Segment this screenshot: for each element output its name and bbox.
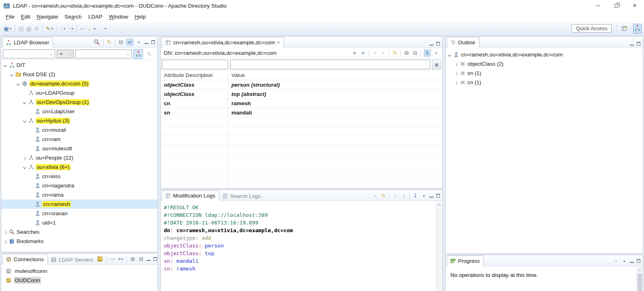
filter-apply-button[interactable] <box>133 49 143 59</box>
delete-all-values-icon[interactable]: × <box>380 50 386 56</box>
minimize-view-icon[interactable] <box>630 262 634 263</box>
filter-value-combo[interactable]: ⌄ <box>75 50 132 58</box>
tree-item-ou-hydus-3[interactable]: ou=Hydus (3) <box>1 116 157 125</box>
scroll-up-icon[interactable] <box>438 203 441 206</box>
save-button[interactable]: ▤ <box>17 25 25 33</box>
refresh-icon[interactable]: ↻ <box>106 39 112 45</box>
tree-item-cn-1[interactable]: cn (1) <box>446 78 643 87</box>
collapse-all-icon[interactable]: ⊟ <box>118 39 124 45</box>
tree-item-uid-1[interactable]: uid=1 <box>1 218 157 227</box>
attribute-row-sn[interactable]: snmandali <box>161 108 442 117</box>
empty-row[interactable] <box>161 145 442 154</box>
disconnect-icon[interactable]: ⊷ <box>118 256 124 262</box>
tree-item-ou-xtivia-6[interactable]: ou=xtivia (6+) <box>1 162 157 172</box>
empty-row[interactable] <box>161 164 442 173</box>
empty-row[interactable] <box>161 136 442 145</box>
tree-caret-icon[interactable] <box>2 64 8 67</box>
new-wizard-button[interactable]: ▣▾ <box>2 25 13 33</box>
view-menu-icon[interactable]: ▾ <box>136 40 142 44</box>
print-button[interactable]: ▦ <box>25 25 33 33</box>
open-perspective-icon[interactable] <box>621 25 628 32</box>
column-attribute-description[interactable]: Attribute Description <box>161 71 228 80</box>
tab-connections[interactable]: Connections <box>2 254 48 265</box>
tree-caret-icon[interactable] <box>2 240 8 243</box>
newer-logs-icon[interactable]: ↓ <box>401 193 407 199</box>
refresh-icon[interactable]: ↻ <box>392 50 398 56</box>
filter-attribute-combo[interactable]: ⌄ <box>3 50 55 58</box>
maximize-view-icon[interactable] <box>151 40 155 44</box>
view-menu-icon[interactable]: ▾ <box>421 194 427 198</box>
quick-search-icon[interactable] <box>93 39 100 46</box>
tab-ldap-browser[interactable]: LDAP Browser <box>2 37 53 48</box>
empty-row[interactable] <box>161 127 442 136</box>
scroll-up-icon[interactable] <box>638 268 641 272</box>
minimize-view-icon[interactable] <box>429 197 433 197</box>
expand-all-icon[interactable]: ⊞ <box>404 50 409 56</box>
log-scrollbar[interactable] <box>436 202 442 291</box>
maximize-view-icon[interactable] <box>153 257 157 261</box>
tree-item-cn-murali[interactable]: cn=murali <box>1 125 157 135</box>
tree-item-searches[interactable]: Searches <box>1 227 157 237</box>
log-text[interactable]: #!RESULT OK#!CONNECTION ldap://localhost… <box>161 202 442 291</box>
collapse-all-icon[interactable]: ⊟ <box>412 50 418 56</box>
dropdown-caret-icon[interactable]: ▾ <box>52 27 54 31</box>
tree-caret-icon[interactable] <box>15 83 21 85</box>
tree-caret-icon[interactable] <box>453 72 459 75</box>
last-edit-button[interactable]: ↩ <box>79 25 86 33</box>
menu-ldap[interactable]: LDAP <box>85 12 105 21</box>
tab-ldap-servers[interactable]: LDAP Servers <box>48 255 97 265</box>
tree-item-cn-sravan[interactable]: cn=sravan <box>1 209 157 218</box>
new-attribute-icon[interactable]: ≡ <box>360 50 366 56</box>
tree-caret-icon[interactable] <box>21 101 28 104</box>
connection-item-oudconn[interactable]: OUDConn <box>1 276 157 285</box>
tab-entry-editor[interactable]: cn=ramesh,ou=xtivia,dc=example,dc=com × <box>162 37 284 48</box>
expand-all-icon[interactable]: ⊞ <box>130 256 135 262</box>
tree-caret-icon[interactable] <box>21 156 28 160</box>
restore-window-button[interactable] <box>607 0 625 11</box>
tree-caret-icon[interactable] <box>2 231 8 234</box>
dropdown-caret-icon[interactable]: ▾ <box>72 27 74 31</box>
tab-progress[interactable]: Progress <box>447 256 484 266</box>
attribute-row-cn[interactable]: cnramesh <box>161 99 442 108</box>
dropdown-caret-icon[interactable]: ▾ <box>64 27 66 31</box>
tree-item-ou-people-22[interactable]: ou=People (22) <box>1 153 157 162</box>
tree-item-cn-ramesh-ou-xtivia-dc-example-dc-com[interactable]: cn=ramesh,ou=xtivia,dc=example,dc=com <box>446 50 643 59</box>
older-logs-icon[interactable]: ↑ <box>392 193 398 199</box>
maximize-view-icon[interactable] <box>637 259 640 263</box>
quick-filter-icon[interactable]: ⇅ <box>424 50 431 56</box>
attribute-filter-input[interactable] <box>162 60 228 69</box>
tree-caret-icon[interactable] <box>21 166 28 168</box>
tree-caret-icon[interactable] <box>21 120 28 122</box>
new-value-icon[interactable]: ≡ <box>352 50 357 56</box>
refresh-icon[interactable]: ↻ <box>381 193 386 199</box>
filter-clear-button[interactable]: ✎ <box>144 49 154 59</box>
delete-value-icon[interactable]: × <box>372 50 378 56</box>
tree-item-ou-ldapgroup[interactable]: ou=LDAPGroup <box>1 88 157 98</box>
column-value[interactable]: Value <box>228 71 442 80</box>
maximize-view-icon[interactable] <box>637 42 640 46</box>
view-menu-icon[interactable]: ▾ <box>433 51 439 55</box>
menu-navigate[interactable]: Navigate <box>33 12 61 21</box>
close-window-button[interactable]: × <box>625 0 644 11</box>
tree-caret-icon[interactable] <box>453 81 459 84</box>
tab-modification-logs[interactable]: Modification Logs <box>162 190 219 201</box>
menu-file[interactable]: File <box>2 12 18 21</box>
next-annotation-button[interactable]: ↓▾ <box>59 25 67 33</box>
attribute-row-objectclass[interactable]: objectClassperson (structural) <box>161 80 442 89</box>
tab-outline[interactable]: Outline <box>447 37 479 48</box>
previous-annotation-button[interactable]: ↑▾ <box>67 25 75 33</box>
empty-row[interactable] <box>161 173 442 182</box>
maximize-view-icon[interactable] <box>436 194 440 197</box>
tab-search-logs[interactable]: Search Logs <box>219 191 264 201</box>
search-button[interactable]: ✎▾ <box>45 25 54 33</box>
tree-caret-icon[interactable] <box>453 62 459 66</box>
dropdown-caret-icon[interactable]: ▾ <box>94 27 96 31</box>
dropdown-caret-icon[interactable]: ▾ <box>10 27 12 31</box>
tree-item-sn-1[interactable]: sn (1) <box>446 69 643 78</box>
tree-caret-icon[interactable] <box>8 73 15 76</box>
tree-item-ou-devopsgroup-1[interactable]: ou=DevOpsGroup (1) <box>1 98 157 107</box>
empty-row[interactable] <box>161 182 442 189</box>
menu-search[interactable]: Search <box>61 12 85 21</box>
menu-window[interactable]: Window <box>105 12 131 21</box>
tree-item-cn-ldapuser[interactable]: cn=LdapUser <box>1 107 157 116</box>
